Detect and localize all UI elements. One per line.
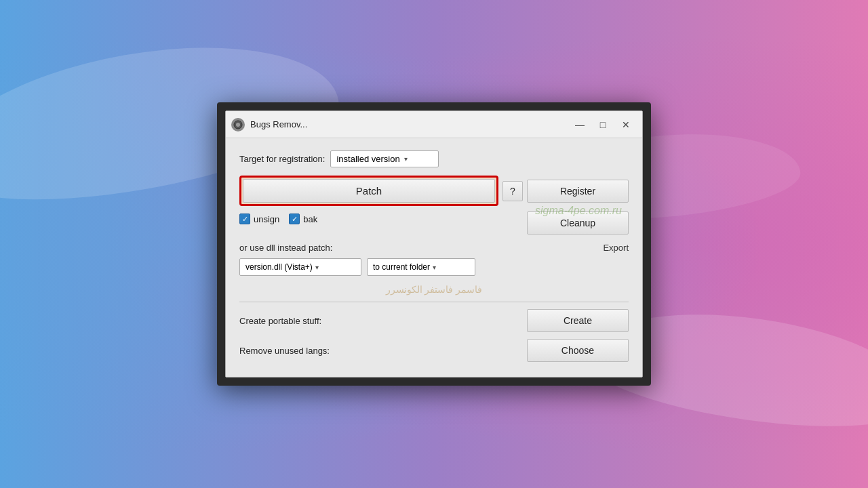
unsign-checkbox-item[interactable]: ✓ unsign <box>239 214 279 224</box>
minimize-button[interactable]: — <box>569 116 591 134</box>
dll-row: version.dll (Vista+) ▾ to current folder… <box>239 258 629 276</box>
window-controls: — □ ✕ <box>569 116 637 134</box>
checkbox-row: ✓ unsign ✓ bak <box>239 214 317 224</box>
patch-button-highlight: Patch <box>239 176 498 206</box>
patch-register-row: Patch ? Register <box>239 176 629 206</box>
content-area: Target for registration: installed versi… <box>226 138 642 377</box>
portable-row: Create portable stuff: Create <box>239 309 629 332</box>
langs-label: Remove unused langs: <box>239 346 521 356</box>
cleanup-button[interactable]: Cleanup <box>527 211 629 235</box>
app-window: Bugs Remov... — □ ✕ Target for registrat… <box>225 110 643 378</box>
divider <box>239 302 629 302</box>
folder-dropdown-arrow: ▾ <box>433 264 436 271</box>
app-icon <box>231 118 245 131</box>
unsign-checkbox[interactable]: ✓ <box>239 214 250 224</box>
langs-row: Remove unused langs: Choose <box>239 339 629 362</box>
folder-dropdown-value: to current folder <box>373 262 430 272</box>
dll-dropdown[interactable]: version.dll (Vista+) ▾ <box>239 258 361 276</box>
registration-row: Target for registration: installed versi… <box>239 150 629 167</box>
unsign-label: unsign <box>254 214 279 224</box>
bak-checkbox[interactable]: ✓ <box>289 214 300 224</box>
dll-label: or use dll instead patch: <box>239 243 332 253</box>
registration-dropdown[interactable]: installed version ▾ <box>330 150 439 167</box>
arabic-watermark: فاسمر فاستفر الكونسرر <box>239 284 629 295</box>
svg-point-1 <box>236 123 240 127</box>
dll-dropdown-value: version.dll (Vista+) <box>245 262 313 272</box>
choose-button[interactable]: Choose <box>527 339 629 362</box>
dll-dropdown-arrow: ▾ <box>315 264 319 271</box>
register-button[interactable]: Register <box>527 180 629 203</box>
outer-container: Bugs Remov... — □ ✕ Target for registrat… <box>217 102 651 386</box>
portable-label: Create portable stuff: <box>239 316 521 326</box>
question-button[interactable]: ? <box>502 181 523 201</box>
patch-button[interactable]: Patch <box>243 179 495 203</box>
bak-label: bak <box>303 214 317 224</box>
bak-checkbox-item[interactable]: ✓ bak <box>289 214 317 224</box>
registration-dropdown-value: installed version <box>336 154 399 164</box>
create-button[interactable]: Create <box>527 309 629 332</box>
title-bar: Bugs Remov... — □ ✕ <box>226 111 642 138</box>
folder-dropdown[interactable]: to current folder ▾ <box>367 258 475 276</box>
registration-dropdown-arrow: ▾ <box>404 155 408 163</box>
registration-label: Target for registration: <box>239 154 325 164</box>
window-title: Bugs Remov... <box>250 119 569 129</box>
close-button[interactable]: ✕ <box>615 116 637 134</box>
maximize-button[interactable]: □ <box>592 116 614 134</box>
export-label: Export <box>603 243 629 253</box>
